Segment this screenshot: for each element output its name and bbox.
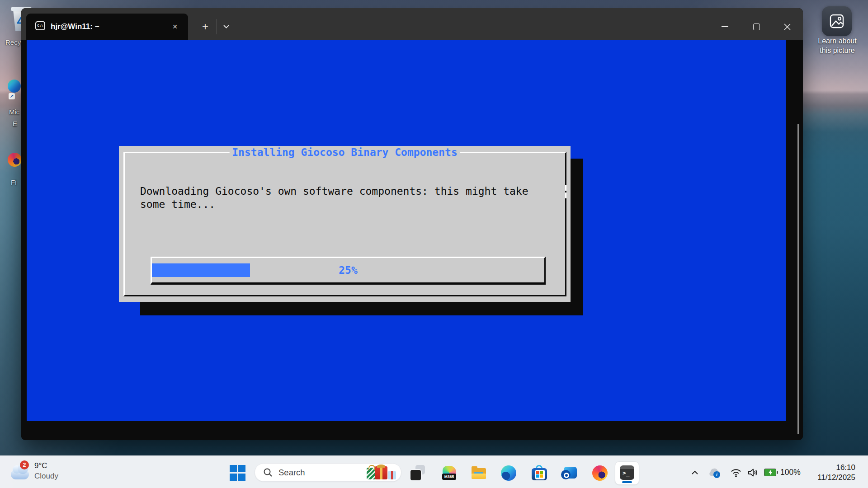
tray-battery[interactable] bbox=[764, 466, 779, 479]
minimize-icon bbox=[722, 26, 728, 27]
terminal-scrollbar[interactable] bbox=[797, 124, 799, 434]
clock-time: 16:10 bbox=[800, 463, 855, 473]
edge-label-line2: E bbox=[13, 120, 17, 127]
tray-show-hidden-icons[interactable] bbox=[688, 466, 702, 479]
terminal-content: Installing Giocoso Binary Components Dow… bbox=[21, 40, 803, 440]
maximize-icon bbox=[753, 23, 760, 30]
close-icon bbox=[784, 23, 791, 30]
wifi-icon bbox=[730, 467, 742, 478]
new-tab-button[interactable]: + bbox=[197, 19, 213, 35]
weather-temperature: 9°C bbox=[34, 461, 47, 470]
taskbar-app-file-explorer[interactable] bbox=[471, 465, 487, 481]
tab-dropdown-button[interactable] bbox=[218, 19, 234, 35]
windows-logo-quad bbox=[540, 471, 543, 474]
dialog-border-tick bbox=[565, 192, 566, 198]
taskbar-app-terminal-active[interactable]: >_ bbox=[615, 461, 639, 485]
picture-icon bbox=[829, 13, 845, 29]
maximize-button[interactable] bbox=[746, 16, 767, 37]
m365-badge: M365 bbox=[442, 474, 456, 480]
tab-close-icon[interactable]: ✕ bbox=[169, 21, 181, 33]
edge-icon bbox=[501, 465, 516, 481]
dialog-border-tick bbox=[565, 185, 566, 191]
terminal-tab-bar: C:\ hjr@Win11: ~ ✕ + bbox=[21, 8, 803, 40]
chevron-down-icon bbox=[223, 25, 229, 28]
weather-condition: Cloudy bbox=[34, 472, 58, 481]
windows-logo-quad bbox=[536, 474, 539, 478]
holiday-gifts-icon bbox=[367, 465, 396, 480]
start-icon bbox=[230, 474, 237, 481]
file-explorer-icon bbox=[472, 474, 486, 479]
chevron-up-icon bbox=[691, 470, 698, 475]
clock-date: 11/12/2025 bbox=[800, 473, 855, 483]
search-icon bbox=[263, 468, 273, 478]
info-badge-icon: i bbox=[713, 471, 720, 478]
dialog-message: Downloading Giocoso's own software compo… bbox=[140, 185, 561, 211]
tab-title: hjr@Win11: ~ bbox=[51, 22, 99, 31]
gift-box-icon bbox=[375, 466, 387, 479]
charging-bolt-icon bbox=[768, 470, 773, 475]
gift-box-small-icon bbox=[388, 471, 396, 479]
edge-icon bbox=[8, 80, 21, 93]
minimize-button[interactable] bbox=[714, 16, 735, 37]
search-placeholder: Search bbox=[278, 464, 305, 481]
battery-percent-label[interactable]: 100% bbox=[780, 468, 801, 477]
task-view-button[interactable] bbox=[410, 465, 427, 481]
taskbar-app-edge[interactable] bbox=[500, 465, 517, 481]
progress-percent-label: 25% bbox=[152, 263, 544, 277]
start-icon bbox=[230, 465, 237, 472]
tray-clock[interactable]: 16:10 11/12/2025 bbox=[800, 463, 855, 483]
shortcut-arrow-icon: ↗ bbox=[9, 93, 15, 99]
start-icon bbox=[238, 474, 245, 481]
progress-gauge: 25% bbox=[151, 257, 546, 285]
tab-bar-divider bbox=[216, 19, 217, 34]
terminal-window: C:\ hjr@Win11: ~ ✕ + Installing Gioc bbox=[21, 8, 803, 440]
firefox-icon bbox=[8, 153, 22, 167]
battery-nub bbox=[777, 471, 778, 474]
firefox-label: Fi bbox=[11, 178, 17, 186]
weather-widget[interactable]: 2 9°C Cloudy bbox=[0, 456, 72, 488]
taskbar-app-copilot[interactable]: M365 bbox=[441, 465, 458, 481]
active-app-indicator bbox=[622, 481, 632, 483]
terminal-icon: >_ bbox=[620, 465, 634, 480]
notification-badge: 2 bbox=[20, 460, 29, 469]
dialog-title: Installing Giocoso Binary Components bbox=[229, 146, 460, 159]
learn-about-picture-label: Learn about this picture bbox=[806, 36, 868, 55]
speaker-icon bbox=[746, 467, 759, 478]
taskbar-app-store[interactable] bbox=[531, 465, 547, 481]
battery-icon bbox=[764, 469, 776, 476]
tray-onedrive[interactable]: i bbox=[707, 466, 721, 479]
windows-logo-quad bbox=[536, 471, 539, 474]
search-box[interactable]: Search bbox=[255, 463, 401, 482]
start-icon bbox=[238, 465, 245, 472]
outlook-icon bbox=[561, 470, 571, 479]
installer-dialog: Installing Giocoso Binary Components Dow… bbox=[119, 146, 571, 302]
learn-about-picture-button[interactable] bbox=[822, 6, 852, 36]
weather-cloud-icon bbox=[11, 469, 29, 479]
command-prompt-icon: C:\ bbox=[35, 21, 45, 30]
close-button[interactable] bbox=[777, 16, 797, 37]
task-view-icon bbox=[410, 469, 422, 481]
taskbar-app-firefox[interactable] bbox=[592, 465, 608, 481]
taskbar-app-outlook[interactable] bbox=[561, 465, 577, 481]
firefox-icon bbox=[592, 465, 608, 481]
start-button[interactable] bbox=[230, 465, 245, 481]
tray-wifi[interactable] bbox=[729, 466, 743, 479]
tray-volume[interactable] bbox=[746, 466, 760, 479]
windows-logo-quad bbox=[540, 474, 543, 478]
terminal-tab[interactable]: C:\ hjr@Win11: ~ ✕ bbox=[26, 14, 188, 40]
file-explorer-icon bbox=[472, 466, 477, 469]
gift-bag-icon bbox=[367, 468, 376, 479]
taskbar: 2 9°C Cloudy Search M365 bbox=[0, 455, 868, 488]
edge-label-line1: Mic bbox=[9, 108, 19, 116]
windows-logo-icon bbox=[535, 470, 545, 479]
